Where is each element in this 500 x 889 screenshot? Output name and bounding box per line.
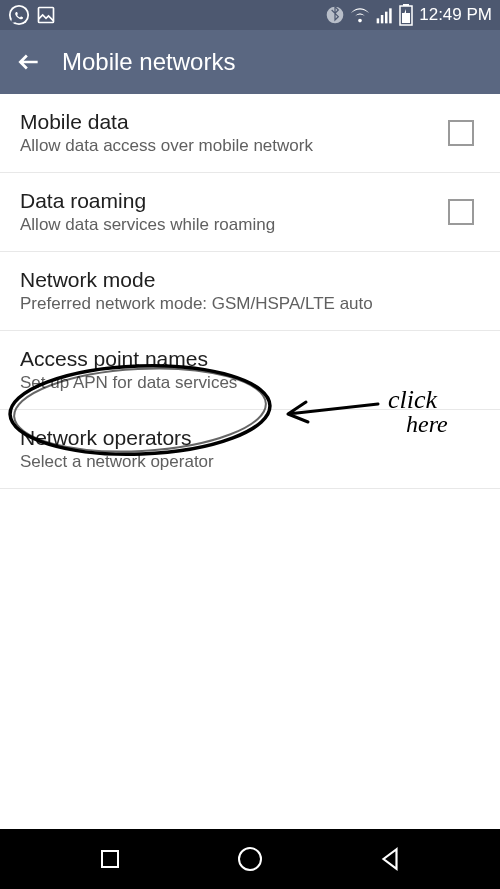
whatsapp-icon — [8, 4, 30, 26]
svg-rect-4 — [381, 15, 384, 23]
status-time: 12:49 PM — [419, 5, 492, 25]
setting-subtitle: Allow data services while roaming — [20, 215, 448, 235]
setting-title: Mobile data — [20, 110, 448, 134]
nav-back-button[interactable] — [375, 844, 405, 874]
page-title: Mobile networks — [62, 48, 235, 76]
svg-point-15 — [239, 848, 261, 870]
bluetooth-icon — [325, 5, 345, 25]
setting-subtitle: Select a network operator — [20, 452, 480, 472]
setting-network-mode[interactable]: Network mode Preferred network mode: GSM… — [0, 252, 500, 331]
settings-list: Mobile data Allow data access over mobil… — [0, 94, 500, 489]
nav-bar — [0, 829, 500, 889]
nav-recent-button[interactable] — [95, 844, 125, 874]
setting-data-roaming[interactable]: Data roaming Allow data services while r… — [0, 173, 500, 252]
setting-network-operators[interactable]: Network operators Select a network opera… — [0, 410, 500, 489]
setting-subtitle: Allow data access over mobile network — [20, 136, 448, 156]
header: Mobile networks — [0, 30, 500, 94]
setting-title: Access point names — [20, 347, 480, 371]
setting-title: Network mode — [20, 268, 480, 292]
svg-rect-6 — [389, 8, 392, 23]
status-bar: 12:49 PM — [0, 0, 500, 30]
status-right: 12:49 PM — [325, 4, 492, 26]
svg-rect-5 — [385, 12, 388, 24]
svg-rect-1 — [39, 8, 54, 23]
setting-mobile-data[interactable]: Mobile data Allow data access over mobil… — [0, 94, 500, 173]
wifi-icon — [349, 4, 371, 26]
status-left — [8, 4, 56, 26]
setting-subtitle: Set up APN for data services — [20, 373, 480, 393]
checkbox-mobile-data[interactable] — [448, 120, 474, 146]
setting-subtitle: Preferred network mode: GSM/HSPA/LTE aut… — [20, 294, 480, 314]
battery-icon — [399, 4, 413, 26]
signal-icon — [375, 5, 395, 25]
setting-access-point-names[interactable]: Access point names Set up APN for data s… — [0, 331, 500, 410]
checkbox-data-roaming[interactable] — [448, 199, 474, 225]
back-button[interactable] — [16, 49, 42, 75]
nav-home-button[interactable] — [235, 844, 265, 874]
setting-title: Network operators — [20, 426, 480, 450]
photo-icon — [36, 5, 56, 25]
setting-title: Data roaming — [20, 189, 448, 213]
svg-rect-3 — [377, 18, 380, 23]
svg-rect-14 — [102, 851, 118, 867]
